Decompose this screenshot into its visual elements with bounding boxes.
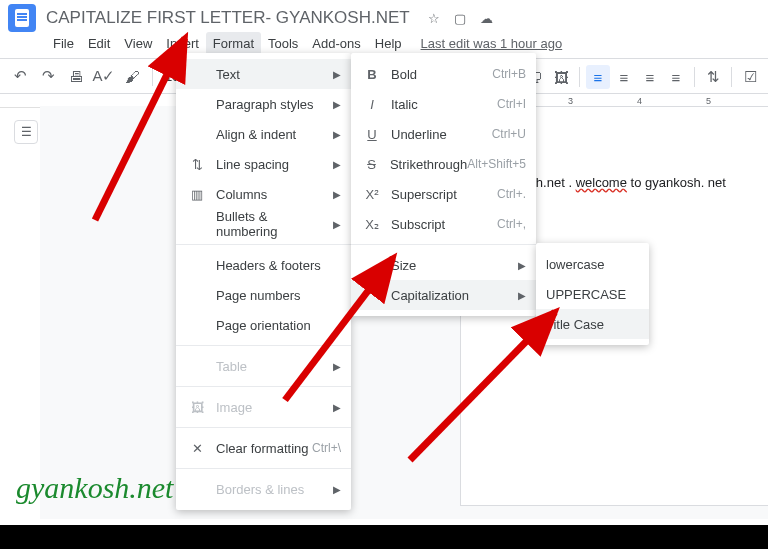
format-pageori[interactable]: Page orientation xyxy=(176,310,351,340)
undo-icon[interactable]: ↶ xyxy=(8,64,32,88)
last-edit-link[interactable]: Last edit was 1 hour ago xyxy=(421,36,563,51)
watermark: gyankosh.net xyxy=(16,471,173,505)
doc-title[interactable]: CAPITALIZE FIRST LETTER- GYANKOSH.NET xyxy=(46,8,410,28)
text-superscript[interactable]: X²SuperscriptCtrl+. xyxy=(351,179,536,209)
format-headers[interactable]: Headers & footers xyxy=(176,250,351,280)
text-strike[interactable]: SStrikethroughAlt+Shift+5 xyxy=(351,149,536,179)
align-justify-icon[interactable]: ≡ xyxy=(664,65,688,89)
align-right-icon[interactable]: ≡ xyxy=(638,65,662,89)
text-underline[interactable]: UUnderlineCtrl+U xyxy=(351,119,536,149)
text-capitalization[interactable]: Capitalization▶ xyxy=(351,280,536,310)
menu-view[interactable]: View xyxy=(117,32,159,55)
text-subscript[interactable]: X₂SubscriptCtrl+, xyxy=(351,209,536,239)
format-dropdown: Text▶ Paragraph styles▶ Align & indent▶ … xyxy=(176,53,351,510)
print-icon[interactable]: 🖶 xyxy=(64,64,88,88)
align-center-icon[interactable]: ≡ xyxy=(612,65,636,89)
text-size[interactable]: Size▶ xyxy=(351,250,536,280)
format-image: 🖼Image▶ xyxy=(176,392,351,422)
bottom-bar xyxy=(0,525,768,549)
cap-uppercase[interactable]: UPPERCASE xyxy=(536,279,649,309)
align-left-icon[interactable]: ≡ xyxy=(586,65,610,89)
format-columns[interactable]: ▥Columns▶ xyxy=(176,179,351,209)
cap-titlecase[interactable]: Title Case xyxy=(536,309,649,339)
separator xyxy=(694,67,695,87)
format-bullets[interactable]: Bullets & numbering▶ xyxy=(176,209,351,239)
cap-lowercase[interactable]: lowercase xyxy=(536,249,649,279)
separator xyxy=(579,67,580,87)
outline-icon[interactable]: ☰ xyxy=(14,120,38,144)
cloud-icon[interactable]: ☁ xyxy=(480,11,493,26)
format-text[interactable]: Text▶ xyxy=(176,59,351,89)
text-italic[interactable]: IItalicCtrl+I xyxy=(351,89,536,119)
menu-format[interactable]: Format xyxy=(206,32,261,55)
format-pagenum[interactable]: Page numbers xyxy=(176,280,351,310)
menu-addons[interactable]: Add-ons xyxy=(305,32,367,55)
format-paragraph[interactable]: Paragraph styles▶ xyxy=(176,89,351,119)
spellcheck-icon[interactable]: A✓ xyxy=(92,64,116,88)
checklist-icon[interactable]: ☑ xyxy=(738,65,762,89)
menu-edit[interactable]: Edit xyxy=(81,32,117,55)
format-borders: Borders & lines▶ xyxy=(176,474,351,504)
separator xyxy=(731,67,732,87)
move-icon[interactable]: ▢ xyxy=(454,11,466,26)
separator xyxy=(152,66,153,86)
redo-icon[interactable]: ↷ xyxy=(36,64,60,88)
format-align[interactable]: Align & indent▶ xyxy=(176,119,351,149)
format-clear[interactable]: ✕Clear formattingCtrl+\ xyxy=(176,433,351,463)
menu-insert[interactable]: Insert xyxy=(159,32,206,55)
menu-file[interactable]: File xyxy=(46,32,81,55)
docs-logo[interactable] xyxy=(8,4,36,32)
line-spacing-icon[interactable]: ⇅ xyxy=(701,65,725,89)
menu-help[interactable]: Help xyxy=(368,32,409,55)
format-table: Table▶ xyxy=(176,351,351,381)
star-icon[interactable]: ☆ xyxy=(428,11,440,26)
text-submenu: BBoldCtrl+B IItalicCtrl+I UUnderlineCtrl… xyxy=(351,53,536,316)
paint-format-icon[interactable]: 🖌 xyxy=(120,64,144,88)
menu-tools[interactable]: Tools xyxy=(261,32,305,55)
capitalization-submenu: lowercase UPPERCASE Title Case xyxy=(536,243,649,345)
image-icon[interactable]: 🖼 xyxy=(549,65,573,89)
text-bold[interactable]: BBoldCtrl+B xyxy=(351,59,536,89)
format-spacing[interactable]: ⇅Line spacing▶ xyxy=(176,149,351,179)
